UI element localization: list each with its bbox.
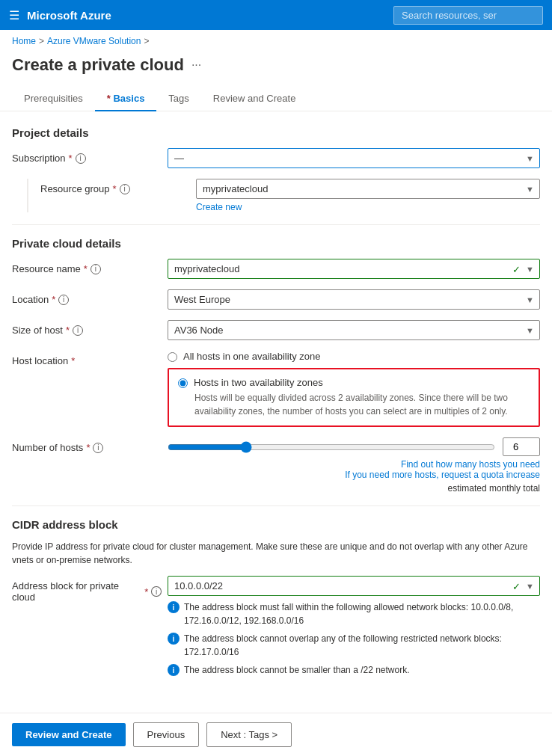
resource-group-control: myprivatecloud ▼ Create new: [196, 179, 540, 212]
size-of-host-row: Size of host * i AV36 Node ▼: [12, 320, 540, 340]
number-of-hosts-slider[interactable]: [168, 441, 495, 453]
location-info-icon[interactable]: i: [58, 295, 69, 305]
tab-review-create[interactable]: Review and Create: [201, 87, 308, 111]
cidr-info-text-3: The address block cannot be smaller than…: [184, 663, 410, 677]
address-block-control: 10.0.0.0/22 ✓ ▼ i The address block must…: [168, 576, 540, 677]
cidr-info-2: i The address block cannot overlap any o…: [168, 632, 540, 659]
breadcrumb-azure-vmware[interactable]: Azure VMware Solution: [47, 36, 141, 46]
address-block-label: Address block for private cloud * i: [12, 576, 162, 603]
page-title-area: Create a private cloud ···: [0, 52, 552, 87]
host-location-row: Host location * All hosts in one availab…: [12, 351, 540, 427]
project-details-title: Project details: [12, 126, 540, 139]
address-block-row: Address block for private cloud * i 10.0…: [12, 576, 540, 677]
address-block-info-icon[interactable]: i: [151, 586, 162, 597]
subscription-info-icon[interactable]: i: [76, 153, 86, 164]
host-location-option1[interactable]: All hosts in one availability zone: [168, 351, 540, 362]
tab-prerequisites[interactable]: Prerequisities: [12, 87, 95, 111]
breadcrumb-separator-2: >: [144, 36, 149, 46]
subscription-label: Subscription * i: [12, 148, 162, 164]
location-dropdown[interactable]: West Europe: [168, 289, 540, 310]
number-of-hosts-input[interactable]: 6: [503, 437, 540, 456]
resource-name-info-icon[interactable]: i: [91, 264, 101, 274]
host-location-option1-label: All hosts in one availability zone: [183, 351, 321, 362]
address-block-dropdown[interactable]: 10.0.0.0/22: [168, 576, 540, 596]
resource-name-label: Resource name * i: [12, 259, 162, 274]
page-title: Create a private cloud: [12, 55, 184, 75]
host-location-label: Host location *: [12, 351, 162, 366]
app-title: Microsoft Azure: [27, 9, 386, 22]
tab-basics[interactable]: Basics: [95, 87, 157, 111]
cidr-info-icon-3: i: [168, 664, 180, 676]
breadcrumb-separator-1: >: [39, 36, 44, 46]
slider-links: Find out how many hosts you need If you …: [168, 459, 540, 480]
cidr-info-icon-2: i: [168, 633, 180, 645]
address-block-required: *: [144, 586, 148, 597]
number-of-hosts-required: *: [86, 442, 90, 453]
resource-group-row: Resource group * i myprivatecloud ▼ Crea…: [27, 179, 540, 212]
host-location-option2-box: Hosts in two availability zones Hosts wi…: [168, 368, 540, 427]
cidr-description: Provide IP address for private cloud for…: [12, 540, 540, 567]
create-new-resource-group-link[interactable]: Create new: [196, 202, 540, 212]
bottom-action-bar: Review and Create Previous Next : Tags >: [0, 713, 552, 756]
resource-name-dropdown[interactable]: myprivatecloud: [168, 259, 540, 279]
number-of-hosts-info-icon[interactable]: i: [93, 443, 103, 453]
host-location-required: *: [71, 355, 75, 366]
subscription-required: *: [69, 153, 73, 164]
breadcrumb-home[interactable]: Home: [12, 36, 36, 46]
cidr-info-icon-1: i: [168, 601, 180, 613]
host-location-control: All hosts in one availability zone Hosts…: [168, 351, 540, 427]
find-hosts-link[interactable]: Find out how many hosts you need: [168, 459, 540, 470]
host-location-radio-2[interactable]: [178, 378, 188, 388]
number-of-hosts-control: 6 Find out how many hosts you need If yo…: [168, 437, 540, 494]
size-of-host-control: AV36 Node ▼: [168, 320, 540, 340]
subscription-control: — ▼: [168, 148, 540, 168]
hosts-slider-wrap: 6: [168, 437, 540, 456]
number-of-hosts-row: Number of hosts * i 6 Find out how many …: [12, 437, 540, 494]
location-control: West Europe ▼: [168, 289, 540, 310]
location-label: Location * i: [12, 289, 162, 305]
size-of-host-info-icon[interactable]: i: [73, 325, 83, 336]
size-of-host-required: *: [66, 325, 70, 336]
subscription-row: Subscription * i — ▼: [12, 148, 540, 168]
estimated-monthly-total: estimated monthly total: [168, 483, 540, 494]
number-of-hosts-label: Number of hosts * i: [12, 437, 162, 453]
size-of-host-dropdown[interactable]: AV36 Node: [168, 320, 540, 340]
cidr-info-1: i The address block must fall within the…: [168, 600, 540, 627]
resource-group-label: Resource group * i: [40, 179, 190, 194]
quota-increase-link[interactable]: If you need more hosts, request a quota …: [168, 470, 540, 480]
private-cloud-details-title: Private cloud details: [12, 237, 540, 250]
next-button[interactable]: Next : Tags >: [206, 722, 292, 747]
host-location-option2-description: Hosts will be equally divided across 2 a…: [194, 391, 530, 418]
cidr-info-text-1: The address block must fall within the f…: [184, 600, 540, 627]
cidr-info-3: i The address block cannot be smaller th…: [168, 663, 540, 677]
resource-group-dropdown[interactable]: myprivatecloud: [196, 179, 540, 199]
top-navigation-bar: ☰ Microsoft Azure: [0, 0, 552, 30]
breadcrumb: Home > Azure VMware Solution >: [0, 30, 552, 52]
cidr-info-text-2: The address block cannot overlap any of …: [184, 632, 540, 659]
location-row: Location * i West Europe ▼: [12, 289, 540, 310]
tab-tags[interactable]: Tags: [156, 87, 200, 111]
resource-name-control: myprivatecloud ✓ ▼: [168, 259, 540, 279]
previous-button[interactable]: Previous: [133, 722, 200, 747]
cidr-title: CIDR address block: [12, 518, 540, 531]
resource-group-required: *: [113, 183, 117, 194]
location-required: *: [52, 294, 55, 305]
global-search-input[interactable]: [393, 6, 543, 25]
host-location-option2-label: Hosts in two availability zones: [194, 377, 323, 388]
resource-name-required: *: [84, 263, 88, 274]
main-content: Project details Subscription * i — ▼ Res…: [0, 111, 552, 755]
size-of-host-label: Size of host * i: [12, 320, 162, 336]
resource-group-info-icon[interactable]: i: [120, 184, 130, 194]
wizard-tabs: Prerequisities Basics Tags Review and Cr…: [0, 87, 552, 111]
host-location-radio-1[interactable]: [168, 352, 177, 362]
host-location-option2[interactable]: Hosts in two availability zones: [178, 377, 530, 388]
subscription-dropdown[interactable]: —: [168, 148, 540, 168]
review-create-button[interactable]: Review and Create: [12, 723, 126, 746]
hamburger-menu-icon[interactable]: ☰: [9, 8, 19, 22]
more-options-icon[interactable]: ···: [191, 58, 201, 72]
resource-name-row: Resource name * i myprivatecloud ✓ ▼: [12, 259, 540, 279]
